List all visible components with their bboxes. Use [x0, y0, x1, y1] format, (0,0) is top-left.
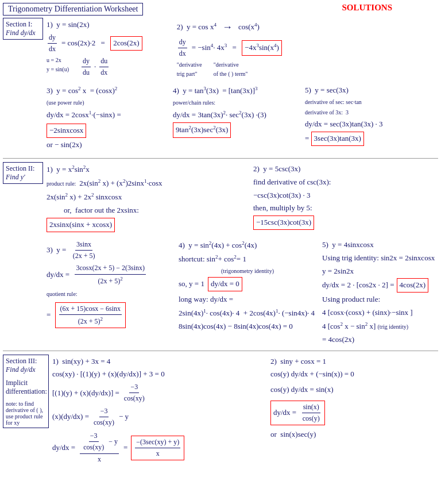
section-3: Section III: Find dy/dx Implicit differe…	[3, 355, 438, 467]
section-3-label: Section III: Find dy/dx Implicit differe…	[3, 355, 49, 428]
sec2-prob3: 3) y = 3sinx(2x + 5) dy/dx = 3cosx(2x + …	[47, 238, 173, 329]
section-3-content: 1) sin(xy) + 3x = 4 cos(xy) · [(1)(y) + …	[52, 355, 438, 467]
sec2-p2-answer: −15csc(3x)cot(3x)	[253, 216, 314, 230]
divider-2	[3, 351, 438, 351]
sec2-prob2: 2) y = 5csc(3x) find derivative of csc(3…	[253, 162, 414, 231]
sec3-prob2: 2) siny + cosx = 1 cos(y) dy/dx + (−sin(…	[270, 355, 431, 443]
section-2: Section II: Find y' 1) y = x2sin2x produ…	[3, 162, 438, 347]
sec1-prob3: 3) y = cos2 x = (cosx)2 (use power rule)…	[47, 83, 161, 152]
sec1-p2-answer: −4x3sin(x4)	[242, 40, 282, 55]
sec1-prob4: 4) y = tan3(3x) = [tan(3x)]3 power/chain…	[173, 83, 293, 138]
solutions-label: SOLUTIONS	[342, 3, 392, 13]
sec2-prob-row1: 1) y = x2sin2x product rule: 2x(sin2 x) …	[47, 162, 441, 233]
sec1-p1-answer: 2cos(2x)	[110, 36, 142, 51]
section-2-label: Section II: Find y'	[3, 162, 43, 184]
sec2-p5-answer-a: 4cos(2x)	[397, 278, 429, 293]
sec2-p4-answer: dy/dx = 0	[208, 277, 242, 291]
sec1-prob1: 1) y = sin(2x) dydx = cos(2x)·2 = 2cos(2…	[47, 18, 142, 80]
sec2-p3-answer: (6x + 15)cosx − 6sinx (2x + 5)2	[55, 302, 126, 328]
divider-1	[3, 158, 438, 159]
sec1-p5-answer: 3sec(3x)tan(3x)	[311, 132, 364, 146]
section-1: Section I: Find dy/dx 1) y = sin(2x) dyd…	[3, 18, 438, 155]
sec3-prob1: 1) sin(xy) + 3x = 4 cos(xy) · [(1)(y) + …	[52, 355, 247, 467]
sec2-p1-answer: 2xsinx(sinx + xcosx)	[47, 218, 115, 232]
section-1-label: Section I: Find dy/dx	[3, 18, 43, 40]
sec2-prob4: 4) y = sin2(4x) + cos2(4x) shortcut: sin…	[179, 238, 316, 334]
sec1-prob-row1: 1) y = sin(2x) dydx = cos(2x)·2 = 2cos(2…	[47, 18, 438, 80]
sec1-prob-row2: 3) y = cos2 x = (cosx)2 (use power rule)…	[47, 83, 438, 152]
sec1-p4-answer: 9tan2(3x)sec2(3x)	[173, 122, 231, 137]
title: Trigonometry Differentiation Worksheet	[3, 3, 143, 16]
sec1-prob2: 2) y = cos x4 → cos(x4) dydx = −sin4· 4x…	[177, 18, 282, 80]
sec3-prob-row1: 1) sin(xy) + 3x = 4 cos(xy) · [(1)(y) + …	[52, 355, 438, 467]
section-2-content: 1) y = x2sin2x product rule: 2x(sin2 x) …	[47, 162, 441, 347]
header: Trigonometry Differentiation Worksheet S…	[3, 3, 438, 16]
sec2-prob-row2: 3) y = 3sinx(2x + 5) dy/dx = 3cosx(2x + …	[47, 238, 441, 347]
sec1-prob5: 5) y = sec(3x) derivative of sec: sec·ta…	[305, 83, 425, 147]
sec2-prob5: 5) y = 4sinxcosx Using trig identity: si…	[322, 238, 441, 347]
sec3-p2-answer: dy/dx = sin(x) cos(y)	[270, 401, 325, 425]
sec2-prob1: 1) y = x2sin2x product rule: 2x(sin2 x) …	[47, 162, 230, 233]
sec3-p1-answer: −(3sec(xy) + y) x	[131, 436, 184, 460]
sec1-p3-answer: −2sinxcosx	[47, 124, 86, 138]
section-1-content: 1) y = sin(2x) dydx = cos(2x)·2 = 2cos(2…	[47, 18, 438, 155]
page: Trigonometry Differentiation Worksheet S…	[3, 3, 438, 467]
